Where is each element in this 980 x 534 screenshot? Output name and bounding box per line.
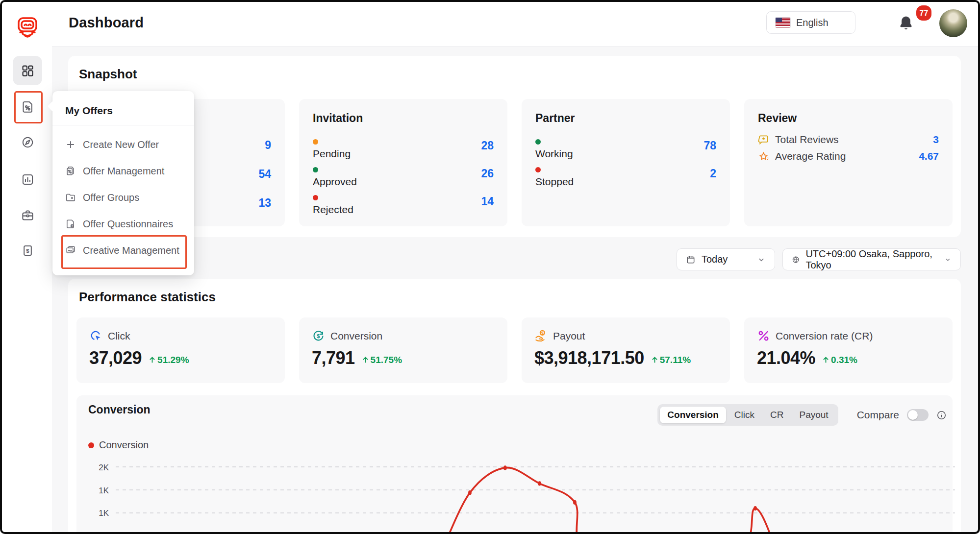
arrow-up-icon bbox=[148, 356, 156, 364]
snapshot-title: Snapshot bbox=[79, 67, 137, 82]
chart-metric-tabs: Conversion Click CR Payout bbox=[657, 404, 838, 426]
row-value: 14 bbox=[481, 195, 494, 208]
invitation-card: Invitation Pending 28 Approved 26 Rej bbox=[299, 99, 507, 226]
stat-delta: 0.31% bbox=[822, 355, 857, 365]
chevron-down-icon bbox=[944, 255, 952, 264]
offer-count-1: 9 bbox=[265, 139, 271, 152]
stat-delta: 51.29% bbox=[148, 355, 189, 365]
globe-icon bbox=[792, 255, 800, 265]
discover-compass-icon bbox=[21, 136, 34, 149]
sidebar-item-my-offers[interactable] bbox=[13, 92, 42, 121]
menu-item-creative-management[interactable]: Creative Management bbox=[65, 237, 187, 264]
tab-click[interactable]: Click bbox=[727, 407, 762, 423]
stat-card-cr: Conversion rate (CR) 21.04% 0.31% bbox=[744, 317, 953, 383]
billing-receipt-icon: $ bbox=[21, 244, 34, 257]
tab-conversion[interactable]: Conversion bbox=[660, 407, 726, 423]
sidebar: $ bbox=[2, 2, 52, 532]
percent-icon bbox=[757, 329, 770, 342]
y-tick-1: 1K bbox=[87, 486, 109, 496]
compare-toggle[interactable] bbox=[907, 409, 929, 421]
stat-label: Conversion rate (CR) bbox=[776, 330, 873, 342]
performance-stat-cards: Click 37,029 51.29% $ bbox=[76, 317, 953, 383]
toggle-knob bbox=[908, 410, 918, 420]
row-label: Working bbox=[535, 148, 573, 160]
tab-cr[interactable]: CR bbox=[763, 407, 791, 423]
offer-count-2: 54 bbox=[258, 168, 271, 181]
row-label: Rejected bbox=[313, 204, 353, 216]
status-dot bbox=[535, 139, 541, 145]
stat-value: 7,791 bbox=[312, 348, 355, 368]
menu-item-offer-questionnaires[interactable]: ? Offer Questionnaires bbox=[65, 211, 187, 237]
header: Dashboard English 77 bbox=[52, 2, 978, 47]
logo-robot-icon[interactable] bbox=[15, 16, 40, 41]
stat-label: Conversion bbox=[330, 330, 382, 342]
sidebar-item-tools[interactable] bbox=[13, 200, 42, 230]
row-label: Pending bbox=[313, 148, 351, 160]
stat-value: $3,918,171.50 bbox=[534, 348, 644, 368]
menu-item-create-new-offer[interactable]: Create New Offer bbox=[65, 131, 187, 158]
comment-star-icon bbox=[758, 134, 769, 146]
review-card-title: Review bbox=[758, 112, 797, 125]
stat-delta: 57.11% bbox=[651, 355, 691, 365]
notification-bell-icon[interactable] bbox=[898, 15, 914, 32]
row-value: 28 bbox=[481, 139, 494, 152]
click-cursor-icon bbox=[89, 329, 102, 342]
sidebar-item-billing[interactable]: $ bbox=[13, 236, 42, 265]
sidebar-item-discover[interactable] bbox=[13, 127, 42, 157]
offer-count-3: 13 bbox=[258, 196, 271, 210]
stat-card-conversion: $ Conversion 7,791 51.75% bbox=[299, 317, 507, 383]
info-icon[interactable] bbox=[936, 410, 947, 420]
menu-item-offer-management[interactable]: Offer Management bbox=[65, 158, 187, 184]
dashboard-grid-icon bbox=[21, 64, 34, 77]
legend-dot bbox=[88, 442, 94, 448]
user-avatar[interactable] bbox=[939, 9, 967, 37]
file-percent-icon bbox=[65, 166, 76, 176]
conversion-line-chart bbox=[116, 459, 955, 534]
arrow-up-icon bbox=[361, 356, 370, 364]
sidebar-item-reports[interactable] bbox=[13, 165, 42, 194]
row-label: Average Rating bbox=[775, 150, 846, 162]
row-value: 3 bbox=[933, 134, 939, 146]
date-range-selector[interactable]: Today bbox=[677, 248, 775, 270]
reports-bar-chart-icon bbox=[21, 173, 34, 186]
conversion-cycle-icon: $ bbox=[312, 329, 325, 342]
notification-count-badge: 77 bbox=[915, 4, 933, 22]
tab-payout[interactable]: Payout bbox=[792, 407, 835, 423]
images-icon bbox=[65, 245, 76, 256]
chart-controls: Conversion Click CR Payout Compare bbox=[657, 404, 947, 426]
compare-label: Compare bbox=[857, 409, 899, 421]
menu-item-offer-groups[interactable]: Offer Groups bbox=[65, 184, 187, 211]
timezone-selector[interactable]: UTC+09:00 Osaka, Sapporo, Tokyo bbox=[782, 248, 961, 270]
filters-row: Today UTC+09:00 Osaka, Sapporo, Tokyo bbox=[677, 248, 961, 270]
y-tick-0: 2K bbox=[87, 463, 109, 473]
row-label: Stopped bbox=[535, 176, 574, 188]
invitation-row-rejected: Rejected 14 bbox=[313, 193, 494, 221]
svg-text:$: $ bbox=[317, 333, 320, 339]
chart-title: Conversion bbox=[88, 403, 151, 416]
arrow-up-icon bbox=[822, 356, 830, 364]
plus-icon bbox=[65, 139, 76, 150]
us-flag-icon bbox=[776, 18, 790, 27]
sidebar-item-dashboard[interactable] bbox=[13, 56, 42, 85]
stat-card-click: Click 37,029 51.29% bbox=[76, 317, 285, 383]
tools-briefcase-icon bbox=[21, 209, 34, 222]
performance-panel: Performance statistics Click 37,029 51.2… bbox=[68, 279, 961, 534]
timezone-label: UTC+09:00 Osaka, Sapporo, Tokyo bbox=[805, 248, 932, 271]
star-rating-icon bbox=[758, 151, 769, 162]
language-selector[interactable]: English bbox=[766, 11, 855, 34]
svg-text:$: $ bbox=[541, 331, 544, 336]
my-offers-popup: My Offers Create New Offer Offer Managem… bbox=[52, 91, 194, 275]
legend-label: Conversion bbox=[99, 439, 149, 451]
conversion-chart-card: Conversion Conversion Click CR Payout Co… bbox=[76, 395, 953, 534]
arrow-up-icon bbox=[651, 356, 659, 364]
invitation-row-pending: Pending 28 bbox=[313, 137, 494, 165]
review-card: Review Total Reviews 3 bbox=[744, 99, 953, 226]
chart-legend: Conversion bbox=[88, 439, 149, 451]
row-label: Approved bbox=[313, 176, 357, 188]
divider bbox=[52, 125, 194, 125]
row-label: Total Reviews bbox=[775, 134, 839, 146]
invitation-row-approved: Approved 26 bbox=[313, 165, 494, 193]
status-dot bbox=[535, 167, 541, 172]
row-value: 4.67 bbox=[919, 150, 939, 162]
menu-item-label: Offer Questionnaires bbox=[83, 218, 173, 230]
